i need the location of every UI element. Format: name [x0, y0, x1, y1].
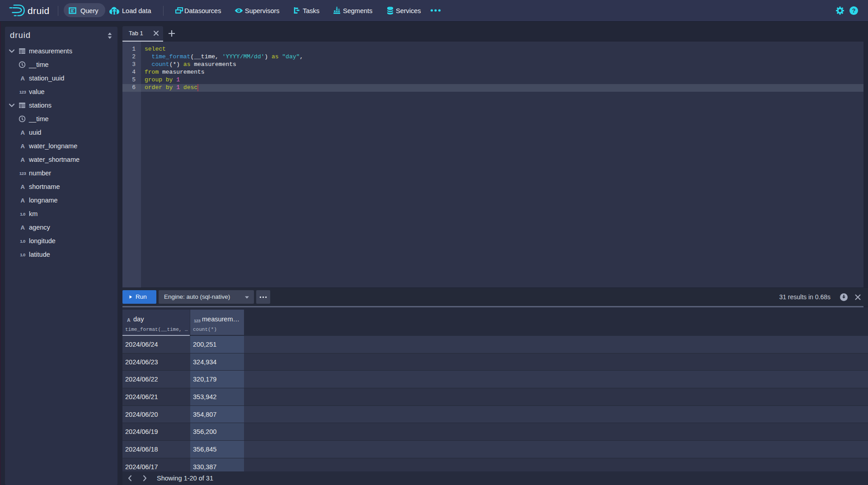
svg-text:?: ?: [852, 8, 856, 14]
